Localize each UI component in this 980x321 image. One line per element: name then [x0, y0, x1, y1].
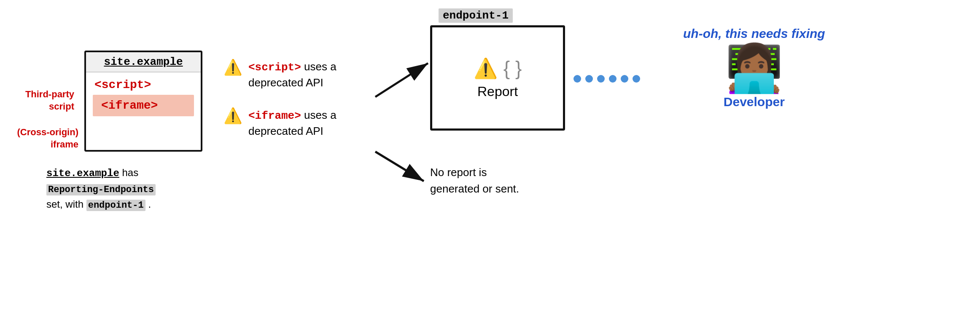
label-cross-origin: (Cross-origin)iframe [15, 126, 78, 150]
developer-label: Developer [724, 95, 785, 109]
dot-2 [585, 75, 593, 83]
warning-text-1: <script> uses adeprecated API [248, 59, 337, 91]
endpoint-report-label: Report [477, 84, 518, 99]
dot-6 [633, 75, 640, 83]
caption-endpoint1: endpoint-1 [86, 200, 145, 211]
warning-item-2: ⚠️ <iframe> uses adeprecated API [223, 107, 337, 139]
caption-has: has [122, 167, 139, 178]
warning-icon-1: ⚠️ [223, 60, 242, 75]
endpoint-warning-icon: ⚠️ [474, 57, 498, 80]
warning-item-1: ⚠️ <script> uses adeprecated API [223, 59, 337, 91]
warning-script-tag: <script> [248, 61, 301, 74]
endpoint-label-above: endpoint-1 [439, 8, 513, 23]
warning-iframe-tag: <iframe> [248, 110, 301, 122]
endpoint-curly-braces: { } [503, 57, 522, 80]
warning-icon-2: ⚠️ [223, 108, 242, 123]
caption-set-with: set, with [46, 198, 86, 210]
caption-period: . [148, 198, 151, 210]
diagram-container: site.example <script> <iframe> Third-par… [0, 0, 980, 321]
dot-4 [609, 75, 617, 83]
site-example-box: site.example <script> <iframe> [84, 51, 202, 152]
dot-1 [573, 75, 581, 83]
warnings-area: ⚠️ <script> uses adeprecated API ⚠️ <ifr… [223, 59, 337, 139]
site-box-iframe: <iframe> [93, 95, 194, 116]
caption-line3: set, with endpoint-1 . [46, 197, 156, 212]
label-third-party: Third-partyscript [15, 88, 74, 112]
caption-line2: Reporting-Endpoints [46, 181, 156, 197]
developer-area: uh-oh, this needs fixing 👩🏾‍💻 Developer [683, 25, 825, 109]
endpoint-icons-row: ⚠️ { } [474, 57, 522, 80]
svg-line-1 [375, 63, 428, 97]
warning-text-2: <iframe> uses adeprecated API [248, 107, 337, 139]
bottom-caption: site.example has Reporting-Endpoints set… [46, 165, 156, 212]
developer-emoji: 👩🏾‍💻 [725, 45, 783, 91]
dotted-line [573, 75, 640, 83]
endpoint-box-content: ⚠️ { } Report [432, 27, 563, 128]
caption-reporting-endpoints: Reporting-Endpoints [46, 184, 156, 195]
caption-line1: site.example has [46, 165, 156, 181]
dot-5 [621, 75, 628, 83]
site-box-script: <script> [86, 72, 201, 95]
svg-line-2 [375, 152, 424, 181]
dot-3 [597, 75, 605, 83]
no-report-text: No report isgenerated or sent. [430, 164, 519, 197]
endpoint-box: ⚠️ { } Report [430, 25, 565, 131]
caption-site-mono: site.example [46, 168, 119, 179]
site-box-title: site.example [86, 52, 201, 72]
uh-oh-text: uh-oh, this needs fixing [683, 25, 825, 42]
